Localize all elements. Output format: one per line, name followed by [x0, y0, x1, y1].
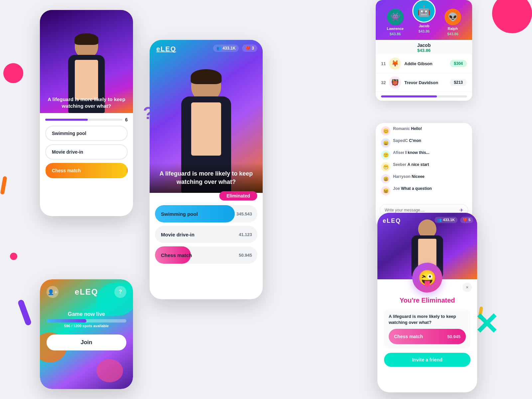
chat-msg-3: 🙂 Afiser I know this...	[381, 150, 467, 160]
chat-msg-4: 😁 Seeber A nice start	[381, 162, 467, 172]
elim-logo: eLEQ	[383, 217, 401, 224]
answer-swimming-pool[interactable]: Swimming pool	[45, 126, 128, 141]
timer-bar-wrap: 6	[45, 117, 128, 122]
center-hero: eLEQ 👥 433.1K ❤️ 3 A lifeguard is more l…	[150, 40, 263, 193]
send-icon: ✈	[460, 207, 464, 213]
center-question: A lifeguard is more likely to keep watch…	[150, 163, 263, 193]
elim-answer-bar: Chess match 50.945	[389, 329, 466, 344]
elim-question-box: A lifeguard is more likely to keep watch…	[384, 309, 470, 349]
leaderboard-panel: 👾 Lawrence $43.86 🤖 Jacob $43.86 👽 Ralph…	[376, 0, 472, 101]
lb-row-2: 32 👹 Trevor Davidson $213	[376, 73, 472, 92]
results-section: Eliminated Swimming pool 345.543 Movie d…	[150, 193, 263, 274]
close-button[interactable]: ×	[463, 283, 472, 292]
chat-avatar-2: 😄	[381, 138, 390, 148]
join-top-bar: 👤+ eLEQ ?	[47, 286, 126, 298]
eliminated-content: 😜 × You're Eliminated A lifeguard is mor…	[377, 279, 477, 373]
elim-answer-label: Chess match	[394, 334, 423, 339]
lives-chip: ❤️ 3	[242, 45, 257, 52]
join-button[interactable]: Join	[47, 334, 126, 350]
timer-bar	[45, 119, 122, 121]
eliminated-badge: Eliminated	[219, 191, 257, 200]
eliminated-mascot: 😜	[412, 263, 442, 293]
chat-avatar-5: 😃	[381, 174, 390, 184]
timer-bar-fill	[45, 119, 88, 121]
chat-text-6: Joe What a question	[393, 186, 432, 191]
chat-avatar-4: 😁	[381, 162, 390, 172]
answers-section: 6 Swimming pool Movie drive-in Chess mat…	[40, 113, 133, 187]
result-label-1: Swimming pool	[155, 211, 198, 217]
lb-row-avatar-1: 🦊	[389, 58, 401, 69]
progress-bar	[381, 95, 467, 97]
add-user-button[interactable]: 👤+	[47, 286, 59, 298]
lb-avatar-lawrence: 👾	[387, 9, 404, 25]
heart-icon: ❤️	[245, 46, 250, 51]
chat-msg-6: 😆 Joe What a question	[381, 186, 467, 196]
result-movie-drive-in: Movie drive-in 41.123	[155, 226, 257, 243]
result-num-3: 50.945	[239, 253, 252, 258]
chat-text-4: Seeber A nice start	[393, 162, 429, 167]
chat-msg-1: 😊 Romanic Hello!	[381, 126, 467, 136]
progress-section	[376, 92, 472, 101]
elim-lives-icon: ❤️	[463, 218, 468, 222]
deco-circle-big	[492, 0, 532, 33]
lb-player-lawrence: 👾 Lawrence $43.86	[387, 9, 404, 36]
lb-player-jacob: 🤖 Jacob $43.86	[412, 0, 436, 33]
chat-text-5: Harryson Niceee	[393, 174, 425, 179]
elim-viewers: 👥 433.1K	[435, 217, 458, 223]
spots-bar-fill	[47, 319, 86, 323]
lb-avatar-jacob: 🤖	[412, 0, 436, 23]
elim-question-text: A lifeguard is more likely to keep watch…	[389, 314, 466, 326]
chat-avatar-6: 😆	[381, 186, 390, 196]
result-bar-bg-3: Chess match 50.945	[155, 246, 257, 264]
help-button[interactable]: ?	[114, 286, 126, 298]
result-label-3: Chess match	[155, 252, 192, 258]
answer-movie-drive-in[interactable]: Movie drive-in	[45, 144, 128, 160]
elim-viewers-icon: 👥	[437, 218, 443, 222]
phone-center-main: eLEQ 👥 433.1K ❤️ 3 A lifeguard is more l…	[150, 40, 263, 299]
blob-pink	[96, 359, 123, 382]
lb-avatar-ralph: 👽	[445, 9, 461, 25]
chat-messages: 😊 Romanic Hello! 😄 SapedC C'mon 🙂 Afiser…	[376, 123, 472, 201]
chat-text-3: Afiser I know this...	[393, 150, 429, 155]
invite-friend-button[interactable]: Invite a friend	[384, 353, 470, 367]
deco-bar-purple	[17, 299, 32, 326]
spots-bar-wrap: 596 / 1200 spots available	[47, 319, 126, 328]
result-num-1: 345.543	[236, 211, 252, 216]
chat-avatar-3: 🙂	[381, 150, 390, 160]
jacob-detail: Jacob $43.86	[376, 40, 472, 54]
result-bar-bg-1: Swimming pool 345.543	[155, 205, 257, 222]
leaderboard-header: 👾 Lawrence $43.86 🤖 Jacob $43.86 👽 Ralph…	[376, 0, 472, 40]
phone-join: 👤+ eLEQ ? Game now live 596 / 1200 spots…	[40, 279, 133, 389]
result-chess-match: Chess match 50.945	[155, 246, 257, 264]
result-num-2: 41.123	[239, 232, 252, 237]
chat-avatar-1: 😊	[381, 126, 390, 136]
chat-text-1: Romanic Hello!	[393, 126, 422, 131]
join-bg: 👤+ eLEQ ? Game now live 596 / 1200 spots…	[40, 279, 133, 389]
quiz-question: A lifeguard is more likely to keep watch…	[44, 96, 129, 109]
center-logo: eLEQ	[156, 45, 176, 53]
lb-row-avatar-2: 👹	[389, 76, 401, 88]
quiz-hero-bg: A lifeguard is more likely to keep watch…	[40, 10, 133, 113]
join-logo: eLEQ	[75, 287, 98, 297]
answer-chess-match[interactable]: Chess match	[45, 163, 128, 178]
center-stats-bar: 👥 433.1K ❤️ 3	[213, 45, 257, 52]
lb-player-ralph: 👽 Ralph $43.86	[445, 9, 461, 36]
deco-bar-orange	[0, 176, 7, 195]
jacob-name: Jacob	[376, 43, 472, 48]
phone-quiz-left: A lifeguard is more likely to keep watch…	[40, 10, 133, 216]
result-label-2: Movie drive-in	[155, 232, 195, 237]
progress-fill	[381, 95, 437, 97]
result-bar-bg-2: Movie drive-in 41.123	[155, 226, 257, 243]
result-swimming-pool: Swimming pool 345.543	[155, 205, 257, 222]
viewers-icon: 👥	[216, 46, 221, 51]
elim-stats: 👥 433.1K ❤️ 5	[435, 217, 473, 223]
chat-text-2: SapedC C'mon	[393, 138, 421, 143]
lb-row-1: 11 🦊 Addie Gibson $304	[376, 54, 472, 73]
spots-bar-bg	[47, 319, 126, 323]
add-user-icon: 👤+	[48, 289, 57, 295]
deco-circle-pink	[3, 63, 23, 83]
deco-circle-small	[10, 253, 17, 260]
chat-panel: 😊 Romanic Hello! 😄 SapedC C'mon 🙂 Afiser…	[376, 123, 472, 228]
elim-lives: ❤️ 5	[460, 217, 473, 223]
spots-text: 596 / 1200 spots available	[47, 324, 126, 328]
